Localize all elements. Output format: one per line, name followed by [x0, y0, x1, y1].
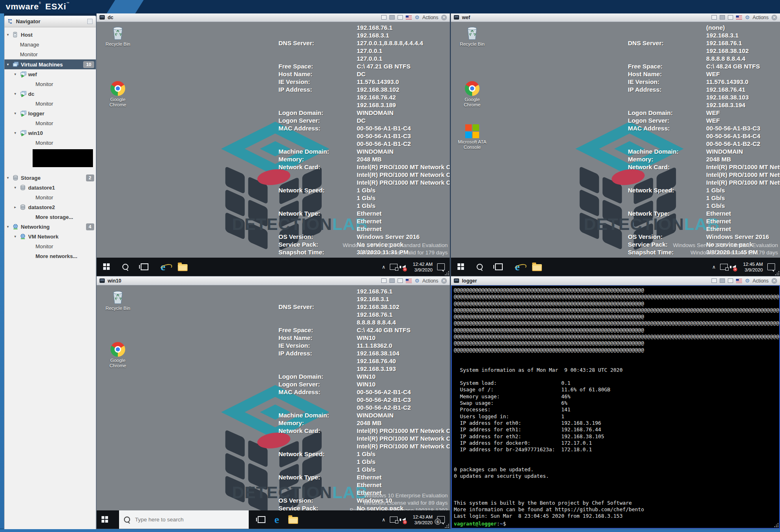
- pin-panel-icon[interactable]: [87, 19, 93, 24]
- console-popout-icon[interactable]: [398, 15, 403, 20]
- network-tray-icon[interactable]: [720, 264, 728, 270]
- pane-header-win10[interactable]: win10 ⚙ Actions ✕: [97, 276, 450, 285]
- taskbar-clock[interactable]: 12:45 AM 3/9/2020: [743, 261, 763, 273]
- sidebar-tree-item[interactable]: ▾ wef: [4, 69, 96, 79]
- edge-icon[interactable]: e: [274, 514, 279, 525]
- settings-gear-icon[interactable]: ⚙: [745, 278, 750, 283]
- volume-muted-icon[interactable]: ✕: [402, 265, 406, 269]
- console-window-icon[interactable]: [712, 15, 717, 20]
- tray-chevron-icon[interactable]: ∧: [712, 264, 716, 270]
- tree-expand-arrow[interactable]: ▾: [14, 234, 20, 238]
- sidebar-tree-item[interactable]: ▾ datastore1: [4, 183, 96, 192]
- sidebar-tree-item[interactable]: ▾ Networking: [4, 222, 96, 232]
- console-window-icon[interactable]: [381, 15, 387, 20]
- console-fullscreen-icon[interactable]: [720, 15, 725, 20]
- action-center-icon[interactable]: 6: [437, 516, 445, 523]
- sidebar-tree-item[interactable]: Monitor: [4, 241, 96, 251]
- internet-explorer-icon[interactable]: e: [161, 262, 166, 272]
- settings-gear-icon[interactable]: ⚙: [415, 278, 420, 283]
- sidebar-tree-item[interactable]: Monitor: [4, 79, 96, 89]
- console-fullscreen-icon[interactable]: [389, 15, 395, 20]
- tree-expand-arrow[interactable]: ▾: [7, 33, 13, 37]
- volume-muted-icon[interactable]: ✕: [402, 518, 406, 522]
- settings-gear-icon[interactable]: ⚙: [745, 15, 750, 20]
- close-icon[interactable]: ✕: [441, 278, 447, 284]
- start-button[interactable]: [457, 263, 464, 270]
- file-explorer-icon[interactable]: [288, 517, 298, 524]
- win10-desktop[interactable]: DETECTIONLAB Recycle Bin Google Chrome 1…: [97, 285, 450, 529]
- search-icon[interactable]: [122, 264, 128, 270]
- actions-menu[interactable]: Actions: [753, 15, 769, 20]
- console-popout-icon[interactable]: [728, 278, 733, 283]
- tree-expand-arrow[interactable]: ▸: [14, 205, 20, 209]
- sidebar-tree-item[interactable]: ▸ datastore2: [4, 202, 96, 212]
- close-icon[interactable]: ✕: [771, 15, 777, 20]
- keyboard-layout-flag-icon[interactable]: [406, 279, 412, 283]
- start-button[interactable]: [103, 263, 110, 270]
- close-icon[interactable]: ✕: [441, 15, 447, 20]
- sidebar-tree-item[interactable]: ▾ Virtual Machi: [4, 59, 96, 69]
- chrome-shortcut[interactable]: Google Chrome: [102, 342, 133, 369]
- sidebar-tree-item[interactable]: ▾ Storage: [4, 173, 96, 183]
- taskbar-clock[interactable]: 12:43 AM 3/9/2020: [413, 514, 433, 525]
- actions-menu[interactable]: Actions: [422, 15, 438, 20]
- sidebar-tree-item[interactable]: More networks...: [4, 251, 96, 261]
- microsoft-ata-console-shortcut[interactable]: Microsoft ATA Console: [457, 124, 488, 150]
- network-tray-icon[interactable]: [390, 264, 398, 270]
- actions-menu[interactable]: Actions: [753, 278, 769, 284]
- tree-expand-arrow[interactable]: ▾: [7, 62, 13, 66]
- terminal-prompt[interactable]: vagrant@logger:~$: [452, 521, 779, 527]
- tree-expand-arrow[interactable]: ▾: [14, 92, 20, 96]
- start-button[interactable]: [102, 516, 108, 523]
- pane-header-logger[interactable]: logger ⚙ Actions ✕: [451, 276, 780, 285]
- tree-expand-arrow[interactable]: ▾: [14, 111, 20, 115]
- sidebar-tree-item[interactable]: More storage...: [4, 212, 96, 222]
- sidebar-tree-item[interactable]: Manage: [4, 40, 96, 49]
- recycle-bin-shortcut[interactable]: Recycle Bin: [457, 25, 488, 47]
- file-explorer-icon[interactable]: [178, 264, 188, 271]
- chrome-shortcut[interactable]: Google Chrome: [102, 81, 133, 108]
- action-center-icon[interactable]: [767, 263, 775, 270]
- taskbar-search-box[interactable]: [119, 510, 249, 529]
- console-fullscreen-icon[interactable]: [720, 278, 725, 283]
- task-view-icon[interactable]: [495, 263, 503, 270]
- keyboard-layout-flag-icon[interactable]: [736, 279, 742, 283]
- dc-desktop[interactable]: DETECTIONLAB Recycle Bin Google Chrome 1…: [97, 22, 450, 276]
- network-tray-icon[interactable]: [390, 517, 398, 523]
- internet-explorer-icon[interactable]: e: [515, 262, 520, 272]
- sidebar-tree-item[interactable]: ▾ VM Network: [4, 232, 96, 241]
- sidebar-tree-item[interactable]: Monitor: [4, 49, 96, 59]
- settings-gear-icon[interactable]: ⚙: [415, 15, 420, 20]
- sidebar-tree-item[interactable]: Monitor: [4, 118, 96, 128]
- tray-chevron-icon[interactable]: ∧: [382, 264, 386, 270]
- pane-header-wef[interactable]: wef ⚙ Actions ✕: [451, 13, 780, 22]
- tray-chevron-icon[interactable]: ∧: [382, 517, 386, 523]
- sidebar-tree-item[interactable]: ▾ win10: [4, 128, 96, 138]
- sidebar-tree-item[interactable]: Monitor: [4, 138, 96, 148]
- tree-expand-arrow[interactable]: ▾: [14, 131, 20, 135]
- taskbar-clock[interactable]: 12:42 AM 3/9/2020: [413, 261, 433, 273]
- sidebar-tree-item[interactable]: ▾ dc: [4, 89, 96, 99]
- sidebar-tree-item[interactable]: Monitor: [4, 99, 96, 108]
- console-popout-icon[interactable]: [728, 15, 733, 20]
- chrome-shortcut[interactable]: Google Chrome: [457, 81, 488, 108]
- tree-expand-arrow[interactable]: ▾: [7, 225, 13, 229]
- task-view-icon[interactable]: [258, 516, 265, 523]
- pane-header-dc[interactable]: dc ⚙ Actions ✕: [97, 13, 450, 22]
- recycle-bin-shortcut[interactable]: Recycle Bin: [102, 25, 133, 47]
- logger-terminal[interactable]: @@@@@@@@@@@@@@@@@@@@@@@@@@@@@@@@@@@@@@@@…: [451, 285, 780, 529]
- sidebar-tree-item[interactable]: ▾ Host: [4, 30, 96, 40]
- console-window-icon[interactable]: [712, 278, 717, 283]
- file-explorer-icon[interactable]: [532, 264, 542, 271]
- search-icon[interactable]: [477, 264, 483, 270]
- sidebar-tree-item[interactable]: Monitor: [4, 192, 96, 202]
- volume-muted-icon[interactable]: ✕: [732, 265, 736, 269]
- wef-desktop[interactable]: DETECTIONLAB Recycle Bin Google Chrome M…: [451, 22, 780, 276]
- actions-menu[interactable]: Actions: [422, 278, 438, 284]
- console-fullscreen-icon[interactable]: [389, 278, 395, 283]
- keyboard-layout-flag-icon[interactable]: [736, 15, 742, 20]
- tree-expand-arrow[interactable]: ▾: [7, 176, 13, 180]
- search-input[interactable]: [134, 516, 234, 523]
- console-window-icon[interactable]: [381, 278, 387, 283]
- tree-expand-arrow[interactable]: ▾: [14, 72, 20, 76]
